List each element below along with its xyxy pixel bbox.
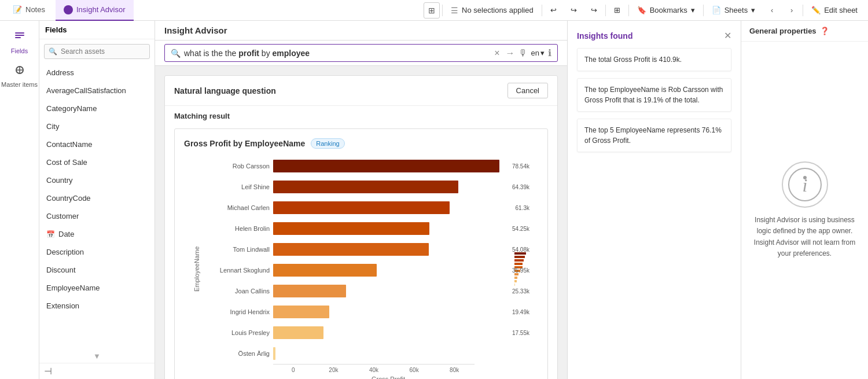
bar-value: 61.3k bbox=[516, 205, 529, 211]
insights-header: Insights found ✕ bbox=[577, 30, 731, 41]
x-axis-label: Gross Profit bbox=[273, 376, 503, 379]
bar-value: 78.54k bbox=[512, 163, 529, 170]
capture-icon-btn[interactable]: ⊞ bbox=[424, 2, 440, 19]
search-assets-input[interactable] bbox=[44, 44, 150, 59]
grid-icon-btn[interactable]: ⊞ bbox=[608, 0, 626, 21]
field-item-description[interactable]: Description bbox=[39, 243, 155, 261]
undo2-btn[interactable]: ↪ bbox=[585, 0, 603, 21]
master-items-label: Master items bbox=[1, 81, 38, 88]
bar-fill bbox=[273, 347, 275, 360]
bar-container: 25.33k bbox=[273, 285, 503, 297]
search-bar: 🔍 what is the the profit by employee × →… bbox=[164, 44, 558, 62]
field-item-averagecall[interactable]: AverageCallSatisfaction bbox=[39, 82, 155, 100]
search-query: what is the the profit by employee bbox=[184, 49, 488, 58]
bar-container: 78.54k bbox=[273, 160, 503, 172]
sidebar-item-fields[interactable]: Fields bbox=[0, 25, 39, 59]
field-label-country: Country bbox=[46, 176, 73, 185]
divider5 bbox=[703, 5, 704, 16]
bar-row: Östen Ärlig bbox=[206, 343, 503, 364]
cancel-button[interactable]: Cancel bbox=[507, 83, 548, 98]
search-info-btn[interactable]: ℹ bbox=[548, 47, 551, 58]
sheets-chevron: ▾ bbox=[751, 6, 755, 14]
y-axis-label: EmployeeName bbox=[190, 156, 204, 379]
search-icon: 🔍 bbox=[171, 49, 181, 58]
insights-close-btn[interactable]: ✕ bbox=[724, 30, 731, 41]
insight-text-0: The total Gross Profit is 410.9k. bbox=[584, 56, 682, 64]
search-lang-selector[interactable]: en ▾ bbox=[531, 49, 545, 57]
field-item-employeename[interactable]: EmployeeName bbox=[39, 279, 155, 297]
sheets-icon: 📄 bbox=[712, 6, 721, 14]
undo-btn[interactable]: ↩ bbox=[545, 0, 562, 21]
bar-fill bbox=[273, 264, 377, 277]
bar-row: Tom Lindwall 54.08k bbox=[206, 239, 503, 260]
info-circle-svg: i bbox=[788, 167, 822, 202]
field-item-discount[interactable]: Discount bbox=[39, 261, 155, 279]
bar-value: 19.49k bbox=[512, 309, 529, 315]
info-circle: i bbox=[782, 161, 828, 208]
next-sheet-btn[interactable]: › bbox=[783, 2, 800, 19]
tab-notes[interactable]: 📝 Notes bbox=[5, 0, 53, 21]
bar-value: 54.25k bbox=[512, 226, 529, 232]
field-item-date[interactable]: 📅 Date bbox=[39, 225, 155, 243]
bar-row: Leif Shine 64.39k bbox=[206, 176, 503, 197]
tab-insight-advisor[interactable]: Insight Advisor bbox=[56, 0, 134, 21]
bar-label: Tom Lindwall bbox=[206, 246, 270, 253]
sidebar-item-master-items[interactable]: Master items bbox=[0, 59, 39, 93]
gen-props-body: i Insight Advisor is using business logi… bbox=[741, 42, 868, 379]
field-item-country[interactable]: Country bbox=[39, 171, 155, 189]
bar-value: 64.39k bbox=[512, 184, 529, 190]
search-mic-btn[interactable]: 🎙 bbox=[518, 48, 528, 58]
gen-props-help-icon[interactable]: ❓ bbox=[820, 27, 829, 35]
bookmarks-btn[interactable]: 🔖 Bookmarks ▾ bbox=[631, 0, 701, 21]
redo-btn[interactable]: ↪ bbox=[565, 0, 583, 21]
bar-row: Michael Carlen 61.3k bbox=[206, 197, 503, 218]
calendar-icon: 📅 bbox=[46, 230, 55, 238]
x-axis: 0 20k 40k 60k 80k bbox=[273, 364, 475, 373]
field-item-countrycode[interactable]: CountryCode bbox=[39, 189, 155, 207]
bar-row: Lennart Skoglund 35.95k bbox=[206, 260, 503, 281]
edit-sheet-btn[interactable]: ✏️ Edit sheet bbox=[806, 0, 863, 21]
notes-icon: 📝 bbox=[13, 5, 22, 14]
bookmark-icon: 🔖 bbox=[637, 6, 646, 14]
field-item-address[interactable]: Address bbox=[39, 64, 155, 82]
scroll-down-indicator: ▼ bbox=[39, 349, 155, 363]
main-layout: Fields Master items Fields 🔍 Address Ave… bbox=[0, 21, 868, 379]
insights-panel: Insights found ✕ The total Gross Profit … bbox=[567, 21, 741, 379]
top-bar: 📝 Notes Insight Advisor ⊞ ☰ No selection… bbox=[0, 0, 868, 21]
bar-value: 35.95k bbox=[512, 267, 529, 274]
search-assets-icon: 🔍 bbox=[49, 47, 57, 56]
insight-item-1: The top EmployeeName is Rob Carsson with… bbox=[577, 78, 731, 112]
field-item-categoryname[interactable]: CategoryName bbox=[39, 100, 155, 117]
bar-row: Joan Callins 25.33k bbox=[206, 281, 503, 301]
bar-container: 17.55k bbox=[273, 326, 503, 339]
insight-text-2: The top 5 EmployeeName represents 76.1% … bbox=[584, 126, 722, 145]
gen-props-panel: General properties ❓ i Insight Advisor i… bbox=[741, 21, 868, 379]
field-item-costofsale[interactable]: Cost of Sale bbox=[39, 153, 155, 171]
bar-label: Leif Shine bbox=[206, 183, 270, 190]
sheets-btn[interactable]: 📄 Sheets ▾ bbox=[706, 0, 761, 21]
insights-title: Insights found bbox=[577, 31, 632, 41]
insight-text-1: The top EmployeeName is Rob Carsson with… bbox=[584, 86, 723, 104]
field-item-extension[interactable]: Extension bbox=[39, 297, 155, 315]
prev-sheet-btn[interactable]: ‹ bbox=[763, 2, 781, 19]
search-clear-btn[interactable]: × bbox=[492, 48, 502, 58]
field-item-customer[interactable]: Customer bbox=[39, 207, 155, 225]
field-label-discount: Discount bbox=[46, 266, 76, 274]
field-item-city[interactable]: City bbox=[39, 117, 155, 135]
search-submit-btn[interactable]: → bbox=[506, 48, 515, 58]
bar-label: Joan Callins bbox=[206, 288, 270, 295]
bar-container: 35.95k bbox=[273, 264, 503, 277]
expand-icon[interactable]: ⊣ bbox=[44, 366, 52, 377]
bar-container: 64.39k bbox=[273, 181, 503, 193]
field-item-contactname[interactable]: ContactName bbox=[39, 135, 155, 153]
master-items-icon bbox=[13, 64, 26, 79]
divider6 bbox=[803, 5, 803, 16]
bar-label: Rob Carsson bbox=[206, 163, 270, 170]
svg-point-8 bbox=[803, 176, 807, 179]
nlq-section: Natural language question Cancel Matchin… bbox=[164, 75, 558, 379]
bar-value: 25.33k bbox=[512, 288, 529, 295]
selections-icon: ☰ bbox=[451, 6, 458, 15]
divider3 bbox=[605, 5, 606, 16]
bar-container: 54.25k bbox=[273, 222, 503, 235]
left-sidebar: Fields Master items bbox=[0, 21, 39, 379]
